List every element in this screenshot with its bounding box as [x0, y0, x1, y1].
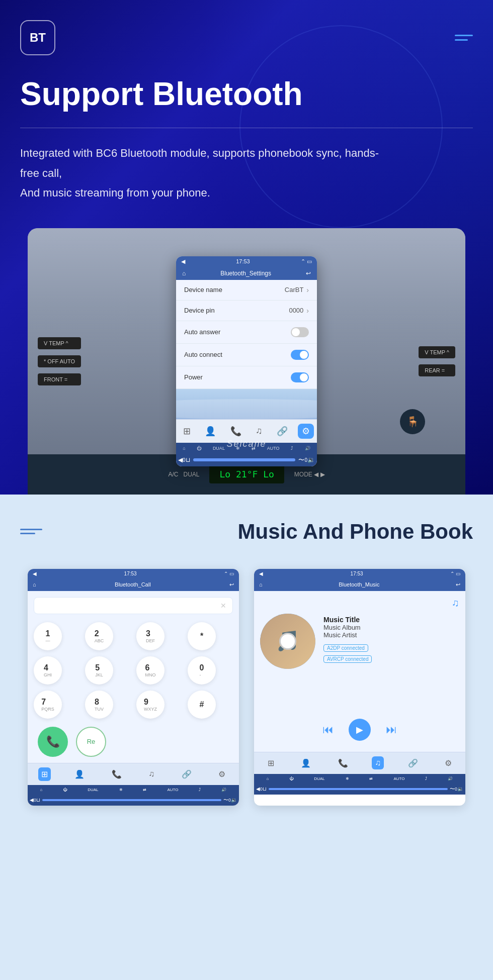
power-toggle[interactable]: [291, 372, 309, 382]
call-link-icon[interactable]: 🔗: [179, 767, 195, 781]
mc-auto: AUTO: [393, 776, 404, 781]
mc-vol[interactable]: 🔊: [448, 776, 453, 781]
mb-seat[interactable]: ⊔: [263, 786, 267, 792]
music-home-icon[interactable]: ⌂: [259, 581, 263, 587]
phone-icon[interactable]: 📞: [226, 424, 245, 439]
c-ac[interactable]: ⇄: [143, 788, 146, 792]
c-temp[interactable]: ⤴: [199, 788, 201, 792]
next-button[interactable]: ⏭: [386, 723, 397, 736]
call-person-icon[interactable]: 👤: [71, 767, 88, 781]
car-button-front[interactable]: FRONT =: [38, 373, 81, 385]
car-bottom-left: A/C DUAL: [168, 471, 199, 478]
redial-button[interactable]: Re: [76, 727, 106, 757]
prev-button[interactable]: ⏮: [322, 723, 334, 736]
call-back-nav[interactable]: ↩: [229, 581, 234, 588]
volume-icon[interactable]: 🔊: [305, 446, 310, 451]
music-title: Music Title: [323, 616, 459, 624]
car-right-panel: V TEMP ^ REAR =: [419, 346, 455, 376]
cb-progress[interactable]: [42, 799, 221, 801]
music-link-icon[interactable]: 🔗: [405, 756, 421, 770]
back-btn[interactable]: ◀: [178, 456, 183, 463]
cb-wave[interactable]: 〜: [223, 797, 228, 804]
mb-vol[interactable]: 🔉: [457, 786, 463, 792]
a2dp-badge: A2DP connected: [323, 644, 368, 652]
mc-home[interactable]: ⌂: [266, 776, 269, 781]
c-power[interactable]: ⏻: [63, 788, 67, 792]
back-arrow-icon[interactable]: ◀: [181, 258, 185, 265]
music-back-icon[interactable]: ◀: [259, 571, 263, 576]
wave-icon[interactable]: 〜: [298, 456, 304, 464]
clear-search-icon[interactable]: ✕: [220, 602, 226, 610]
settings-content: Device name CarBT › Device pin 0000 ›: [176, 280, 317, 419]
call-home-icon[interactable]: ⌂: [33, 581, 36, 587]
mb-wave[interactable]: 〜: [450, 786, 455, 793]
answer-call-button[interactable]: 📞: [38, 727, 68, 757]
c-home[interactable]: ⌂: [40, 788, 42, 792]
nav-bar: ⌂ Bluetooth_Settings ↩: [176, 267, 317, 280]
music-person-icon[interactable]: 👤: [298, 756, 314, 770]
progress-bar[interactable]: [193, 458, 296, 461]
seat-icon[interactable]: ⊔: [186, 456, 190, 463]
menu-icon[interactable]: [455, 35, 473, 41]
cb-back[interactable]: ◀: [30, 797, 34, 803]
play-button[interactable]: ▶: [349, 719, 371, 741]
mb-back[interactable]: ◀: [256, 786, 260, 792]
person-icon[interactable]: 👤: [201, 424, 220, 439]
call-grid-icon[interactable]: ⊞: [38, 767, 51, 781]
seat-icon-button[interactable]: 🪑: [400, 409, 425, 434]
dial-hash[interactable]: #: [188, 691, 216, 719]
call-music-icon[interactable]: ♫: [145, 767, 157, 780]
music-phone-icon[interactable]: 📞: [335, 756, 351, 770]
dial-star[interactable]: *: [188, 622, 216, 650]
bottom-menu-icon[interactable]: [20, 529, 42, 534]
dial-8[interactable]: 8TUV: [85, 691, 113, 719]
dial-4[interactable]: 4GHI: [34, 656, 62, 684]
c-vol[interactable]: 🔊: [221, 788, 226, 792]
dial-9[interactable]: 9WXYZ: [136, 691, 165, 719]
call-search-bar[interactable]: ✕: [34, 597, 233, 614]
mc-fan[interactable]: ❄: [346, 776, 349, 781]
back-nav-icon[interactable]: ↩: [306, 270, 311, 277]
vol-down-icon[interactable]: 🔉: [307, 456, 315, 463]
call-back-icon[interactable]: ◀: [33, 571, 37, 576]
music-grid-icon[interactable]: ⊞: [265, 756, 277, 770]
car-button-temp-right[interactable]: V TEMP ^: [419, 346, 455, 358]
music-status-icons: ⌃ ▭: [450, 571, 460, 576]
temp-icon[interactable]: ⤴: [291, 446, 293, 451]
dial-0[interactable]: 0-: [188, 656, 216, 684]
grid-icon[interactable]: ⊞: [179, 424, 195, 439]
call-phone-icon[interactable]: 📞: [109, 767, 125, 781]
home-icon[interactable]: ⌂: [182, 270, 186, 277]
mc-temp[interactable]: ⤴: [425, 776, 427, 781]
auto-connect-toggle[interactable]: [291, 350, 309, 360]
c-fan[interactable]: ❄: [119, 788, 123, 792]
dial-6[interactable]: 6MNO: [136, 656, 165, 684]
music-icon[interactable]: ♫: [252, 424, 267, 438]
dial-2[interactable]: 2ABC: [85, 622, 113, 650]
dual-label: DUAL: [213, 446, 225, 451]
call-settings-icon[interactable]: ⚙: [215, 767, 228, 781]
music-music-icon[interactable]: ♫: [372, 756, 384, 769]
power-climate-icon[interactable]: ⏻: [197, 446, 201, 451]
dial-5[interactable]: 5JKL: [85, 656, 113, 684]
car-button-rear[interactable]: REAR =: [419, 364, 455, 376]
chevron-icon: ›: [306, 286, 309, 294]
bluetooth-settings-screen: ◀ 17:53 ⌃ ▭ ⌂ Bluetooth_Settings ↩ Devic…: [176, 256, 317, 466]
dial-7[interactable]: 7PQRS: [34, 691, 62, 719]
mc-ac[interactable]: ⇄: [369, 776, 373, 781]
dial-3[interactable]: 3DEF: [136, 622, 165, 650]
home-climate-icon[interactable]: ⌂: [183, 446, 185, 451]
music-settings-icon[interactable]: ⚙: [442, 756, 455, 770]
dial-1[interactable]: 1—: [34, 622, 62, 650]
mc-power[interactable]: ⏻: [289, 776, 293, 781]
cb-seat[interactable]: ⊔: [36, 797, 40, 803]
auto-answer-toggle[interactable]: [291, 327, 309, 337]
car-button-off-auto[interactable]: * OFF AUTO: [38, 355, 81, 367]
call-bottom-bar: ⊞ 👤 📞 ♫ 🔗 ⚙: [28, 763, 239, 785]
cb-vol[interactable]: 🔉: [231, 797, 237, 803]
link-icon[interactable]: 🔗: [273, 424, 292, 439]
music-back-nav[interactable]: ↩: [456, 581, 460, 588]
settings-icon[interactable]: ⚙: [298, 424, 314, 439]
car-button-temp-left[interactable]: V TEMP ^: [38, 337, 81, 349]
mb-progress[interactable]: [269, 788, 448, 790]
